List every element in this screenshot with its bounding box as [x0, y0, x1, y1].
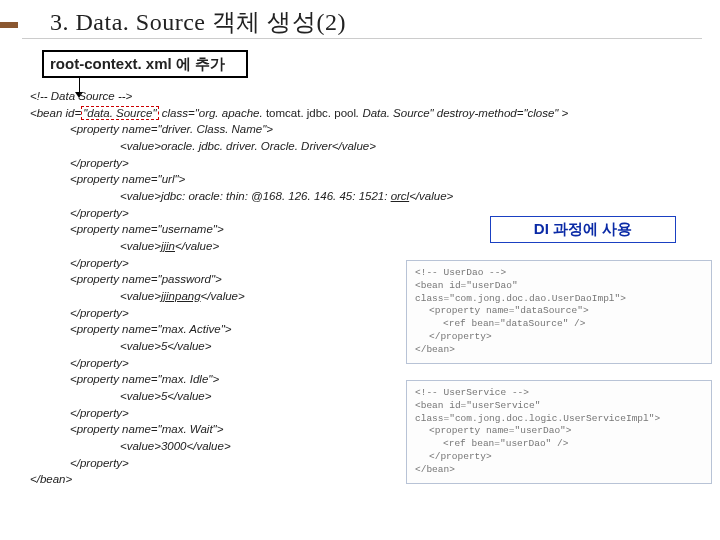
snippet-line: <ref bean="dataSource" /> [443, 318, 703, 331]
snippet-userdao: <!-- UserDao --> <bean id="userDao" clas… [406, 260, 712, 364]
snippet-line: </property> [429, 451, 703, 464]
snippet-line: <!-- UserService --> [415, 387, 703, 400]
code-line: <property name="driver. Class. Name"> [70, 121, 700, 138]
code-line: <bean id="data. Source" class="org. apac… [30, 105, 700, 122]
code-text: jjin [161, 240, 175, 252]
di-callout: DI 과정에 사용 [490, 216, 676, 243]
code-text: </value> [201, 290, 245, 302]
snippet-line: <!-- UserDao --> [415, 267, 703, 280]
snippet-userservice: <!-- UserService --> <bean id="userServi… [406, 380, 712, 484]
snippet-line: <property name="userDao"> [429, 425, 703, 438]
code-line: <value>jdbc: oracle: thin: @168. 126. 14… [120, 188, 700, 205]
code-line: </property> [70, 155, 700, 172]
title-underline [22, 38, 702, 39]
code-text: orcl [391, 190, 410, 202]
code-text: jjinpang [161, 290, 201, 302]
code-text: <value> [120, 240, 161, 252]
code-text: <bean id= [30, 107, 81, 119]
highlight-datasource-id: "data. Source" [81, 106, 158, 120]
accent-bar [0, 22, 18, 28]
snippet-line: </bean> [415, 344, 703, 357]
snippet-line: <bean id="userService" class="com.jong.d… [415, 400, 703, 426]
code-text: tomcat. jdbc. pool [266, 107, 356, 119]
code-line: <!-- Data Source --> [30, 88, 700, 105]
code-text: . Data. Source" destroy-method="close" > [356, 107, 568, 119]
snippet-line: </bean> [415, 464, 703, 477]
snippet-line: <bean id="userDao" class="com.jong.doc.d… [415, 280, 703, 306]
page-title: 3. Data. Source 객체 생성(2) [50, 6, 346, 38]
code-line: <property name="url"> [70, 171, 700, 188]
root-context-label: root-context. xml 에 추가 [42, 50, 248, 78]
code-text: <value> [120, 290, 161, 302]
snippet-line: <ref bean="userDao" /> [443, 438, 703, 451]
code-text: </value> [409, 190, 453, 202]
code-text: class="org. apache. [159, 107, 266, 119]
snippet-line: <property name="dataSource"> [429, 305, 703, 318]
code-text: <value>jdbc: oracle: thin: @168. 126. 14… [120, 190, 391, 202]
code-text: </value> [175, 240, 219, 252]
title-bar: 3. Data. Source 객체 생성(2) [0, 0, 720, 40]
snippet-line: </property> [429, 331, 703, 344]
code-line: <value>oracle. jdbc. driver. Oracle. Dri… [120, 138, 700, 155]
